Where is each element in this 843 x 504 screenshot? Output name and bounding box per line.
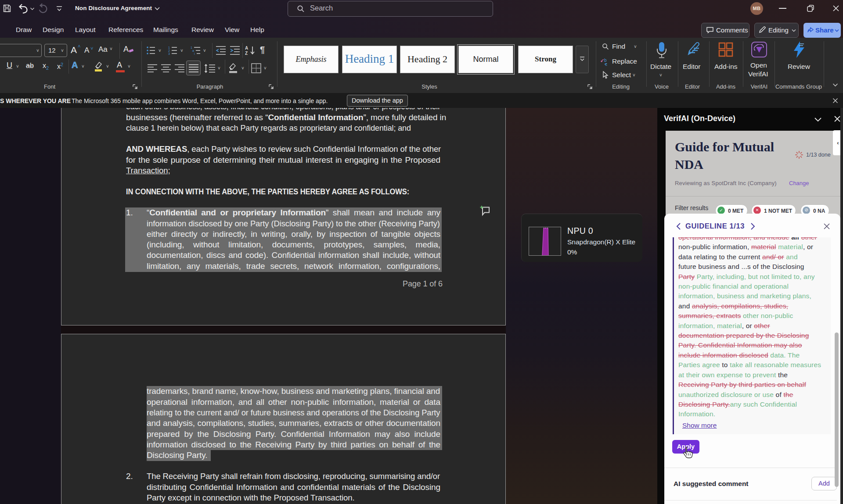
svg-text:1: 1: [168, 46, 170, 49]
svg-text:i: i: [194, 52, 195, 55]
svg-text:a: a: [192, 49, 194, 52]
svg-text:A: A: [245, 46, 248, 50]
svg-text:2: 2: [168, 49, 170, 52]
svg-text:3: 3: [168, 52, 170, 55]
svg-text:1: 1: [191, 46, 192, 49]
svg-text:Z: Z: [245, 51, 248, 56]
